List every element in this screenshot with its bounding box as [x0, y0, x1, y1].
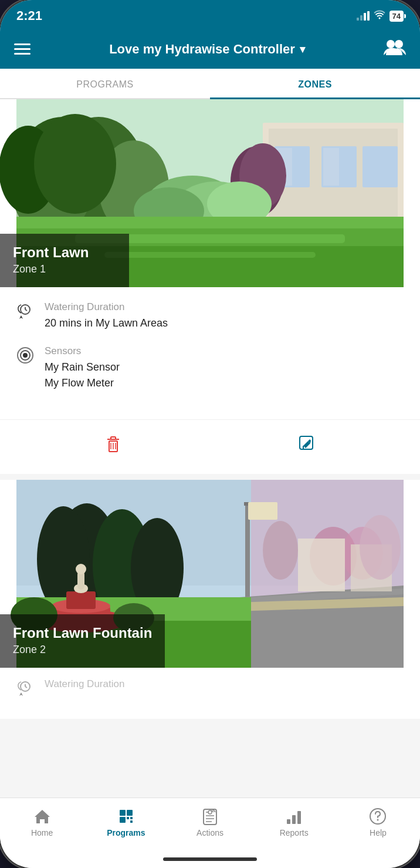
zone-2-number: Zone 2 — [13, 644, 152, 656]
nav-help-label: Help — [370, 828, 387, 837]
zone-1-sensors-row: Sensors My Rain Sensor My Flow Meter — [16, 345, 404, 391]
zone-1-sensor-1: My Rain Sensor — [45, 359, 404, 375]
zone-1-sensor-2: My Flow Meter — [45, 375, 404, 391]
zone-1-watering-row: Watering Duration 20 mins in My Lawn Are… — [16, 301, 404, 331]
nav-reports-label: Reports — [280, 828, 309, 837]
zone-1-delete-button[interactable] — [97, 427, 130, 460]
svg-point-61 — [76, 564, 86, 574]
zone-2-label: Front Lawn Fountain Zone 2 — [0, 614, 165, 668]
svg-rect-81 — [297, 811, 301, 824]
users-icon[interactable] — [384, 39, 406, 59]
zone-1-name: Front Lawn — [13, 244, 116, 261]
svg-rect-50 — [248, 502, 277, 520]
zone-1-watering-label: Watering Duration — [45, 301, 404, 313]
zone-1-watering-content: Watering Duration 20 mins in My Lawn Are… — [45, 301, 404, 331]
svg-point-1 — [395, 40, 403, 48]
home-indicator — [0, 853, 420, 868]
content-area: Front Lawn Zone 1 — [0, 99, 420, 798]
svg-rect-80 — [292, 815, 296, 824]
sensors-icon — [16, 346, 34, 368]
zone-1-sensors-label: Sensors — [45, 345, 404, 357]
zone-2-watering-content: Watering Duration — [45, 678, 404, 692]
zone-2-watering-label: Watering Duration — [45, 678, 404, 690]
zone-1-sensors-content: Sensors My Rain Sensor My Flow Meter — [45, 345, 404, 391]
signal-icon — [357, 11, 370, 21]
zone-1-label: Front Lawn Zone 1 — [0, 234, 129, 287]
hamburger-menu-button[interactable] — [14, 43, 31, 55]
svg-point-66 — [263, 521, 298, 580]
status-icons: 74 — [357, 10, 404, 22]
nav-item-help[interactable]: Help — [336, 804, 420, 841]
app-header: Love my Hydrawise Controller ▾ — [0, 29, 420, 69]
svg-rect-79 — [287, 819, 290, 824]
nav-item-home[interactable]: Home — [0, 804, 84, 841]
wifi-icon — [373, 10, 386, 22]
actions-icon — [201, 808, 219, 825]
svg-point-67 — [360, 515, 401, 580]
phone-frame: 2:21 74 — [0, 0, 420, 868]
status-bar: 2:21 74 — [0, 0, 420, 29]
home-indicator-bar — [163, 857, 257, 861]
zone-image-1[interactable]: Front Lawn Zone 1 — [0, 99, 420, 287]
svg-rect-76 — [130, 820, 133, 823]
zone-image-2[interactable]: Front Lawn Fountain Zone 2 — [0, 480, 420, 668]
zone-1-watering-value: 20 mins in My Lawn Areas — [45, 315, 404, 331]
svg-point-9 — [34, 114, 116, 214]
svg-rect-71 — [120, 810, 126, 816]
svg-rect-16 — [363, 146, 398, 187]
programs-icon — [117, 808, 135, 825]
bottom-nav: Home Programs — [0, 798, 420, 853]
zone-1-actions — [0, 419, 420, 474]
svg-rect-58 — [66, 591, 96, 609]
nav-item-programs[interactable]: Programs — [84, 804, 168, 841]
zone-2-watering-icon — [16, 679, 34, 701]
svg-rect-75 — [130, 817, 133, 819]
nav-item-reports[interactable]: Reports — [252, 804, 336, 841]
zone-1-number: Zone 1 — [13, 263, 116, 275]
tab-bar: PROGRAMS ZONES — [0, 69, 420, 99]
zone-card-2: Front Lawn Fountain Zone 2 — [0, 480, 420, 719]
nav-actions-label: Actions — [197, 828, 223, 837]
svg-line-30 — [25, 309, 27, 311]
help-icon — [369, 808, 387, 825]
svg-rect-27 — [104, 252, 316, 258]
zone-2-partial-details: Watering Duration — [0, 668, 420, 719]
nav-home-label: Home — [31, 828, 53, 837]
svg-point-31 — [23, 353, 28, 358]
home-icon — [33, 808, 51, 825]
nav-item-actions[interactable]: Actions — [168, 804, 252, 841]
svg-rect-64 — [298, 539, 345, 591]
zone-2-watering-row: Watering Duration — [16, 678, 404, 701]
battery-icon: 74 — [389, 11, 404, 22]
svg-point-78 — [208, 810, 212, 814]
zone-2-name: Front Lawn Fountain — [13, 625, 152, 641]
tab-zones[interactable]: ZONES — [210, 69, 420, 98]
zone-card-1: Front Lawn Zone 1 — [0, 99, 420, 474]
svg-point-83 — [377, 819, 379, 821]
tab-programs[interactable]: PROGRAMS — [0, 69, 210, 98]
watering-duration-icon — [16, 302, 34, 324]
zone-1-edit-button[interactable] — [290, 427, 323, 460]
reports-icon — [285, 808, 303, 825]
header-title[interactable]: Love my Hydrawise Controller ▾ — [109, 42, 305, 57]
status-time: 2:21 — [16, 8, 42, 23]
nav-programs-label: Programs — [107, 828, 145, 837]
phone-screen: 2:21 74 — [0, 0, 420, 868]
zone-1-details: Watering Duration 20 mins in My Lawn Are… — [0, 287, 420, 419]
svg-rect-15 — [323, 148, 339, 186]
svg-rect-72 — [127, 810, 133, 816]
svg-point-0 — [387, 40, 395, 48]
svg-rect-73 — [120, 817, 126, 823]
svg-line-70 — [25, 687, 27, 688]
svg-rect-74 — [127, 817, 129, 819]
chevron-down-icon: ▾ — [300, 43, 305, 56]
